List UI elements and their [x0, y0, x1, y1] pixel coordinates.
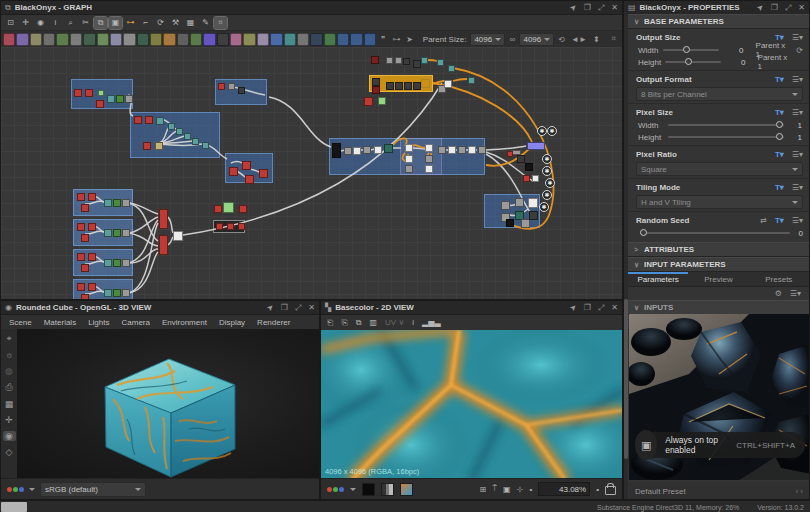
- graph-node[interactable]: [506, 219, 514, 227]
- gear-icon[interactable]: ⚙: [775, 289, 782, 298]
- section-input-parameters[interactable]: ∨ INPUT PARAMETERS: [628, 257, 809, 272]
- grid-snap-icon[interactable]: ⌗: [214, 17, 227, 29]
- graph-node[interactable]: [228, 83, 235, 90]
- float-icon[interactable]: ❐: [584, 303, 591, 312]
- graph-node[interactable]: [372, 86, 380, 94]
- color-swatch[interactable]: [400, 483, 413, 496]
- output-node-badge[interactable]: ✱: [547, 126, 557, 136]
- menu-scene[interactable]: Scene: [9, 318, 32, 327]
- graph-node[interactable]: [238, 223, 245, 230]
- graph-node[interactable]: [88, 253, 96, 261]
- pin-icon[interactable]: ➤: [265, 302, 276, 313]
- graph-node[interactable]: [223, 202, 234, 213]
- graph-node[interactable]: [98, 90, 104, 96]
- screenshot-icon[interactable]: ⎙: [5, 382, 12, 393]
- close-icon[interactable]: ✕: [611, 3, 618, 12]
- graph-node[interactable]: [122, 289, 130, 297]
- palette-node-icon-14[interactable]: [177, 33, 189, 46]
- palette-node-icon-1[interactable]: [3, 33, 15, 46]
- zoom-in-icon[interactable]: •: [596, 485, 599, 494]
- graph-node[interactable]: [413, 60, 421, 68]
- output-node-badge[interactable]: ✱: [542, 190, 552, 200]
- resize-v-icon[interactable]: ⬍: [590, 33, 602, 46]
- zoom-out-icon[interactable]: •: [529, 485, 532, 494]
- graph-node[interactable]: [229, 167, 238, 176]
- section-base-parameters[interactable]: ∨ BASE PARAMETERS: [628, 14, 809, 29]
- close-icon[interactable]: ✕: [798, 3, 805, 12]
- palette-node-icon-15[interactable]: [190, 33, 202, 46]
- graph-node[interactable]: [521, 219, 530, 228]
- graph-node[interactable]: [384, 144, 393, 153]
- parameter-menu-icon[interactable]: ☰▾: [792, 33, 803, 42]
- output-width-slider[interactable]: [663, 49, 719, 51]
- graph-node[interactable]: [395, 82, 403, 90]
- info-icon[interactable]: i: [412, 318, 414, 327]
- graph-node[interactable]: [134, 116, 142, 124]
- parameter-menu-icon[interactable]: ☰▾: [792, 75, 803, 84]
- lock-zoom-icon[interactable]: [605, 486, 616, 495]
- channels-icon[interactable]: [327, 487, 344, 492]
- graph-node[interactable]: [218, 83, 225, 90]
- palette-node-icon-12[interactable]: [150, 33, 162, 46]
- graph-node[interactable]: [81, 234, 89, 242]
- graph-node[interactable]: [88, 193, 96, 201]
- list-menu-icon[interactable]: ☰▾: [790, 289, 801, 298]
- info-icon[interactable]: i: [49, 17, 62, 29]
- graph-node[interactable]: [478, 146, 486, 154]
- graph-node[interactable]: [156, 117, 164, 125]
- comment-icon[interactable]: ❞: [377, 33, 389, 46]
- graph-node[interactable]: [517, 155, 525, 163]
- material-basecolor-preview[interactable]: ▣ Always on top enabled CTRL+SHIFT+A: [629, 314, 809, 480]
- paint-icon[interactable]: ✎: [199, 17, 212, 29]
- graph-node[interactable]: [104, 229, 112, 237]
- graph-node[interactable]: [176, 128, 183, 135]
- expose-parameter-icon[interactable]: T▾: [775, 216, 784, 225]
- search-icon[interactable]: ⌕: [64, 17, 77, 29]
- sphere-icon[interactable]: ◉: [3, 431, 16, 441]
- graph-node[interactable]: [125, 95, 133, 103]
- graph-node[interactable]: [425, 165, 433, 173]
- palette-node-icon-8[interactable]: [97, 33, 109, 46]
- graph-node[interactable]: [155, 142, 163, 150]
- expose-parameter-icon[interactable]: T▾: [775, 33, 784, 42]
- graph-canvas[interactable]: ✱✱✱✱✱✱✱: [1, 47, 622, 299]
- palette-node-icon-24[interactable]: [310, 33, 322, 46]
- graph-node[interactable]: [116, 95, 124, 103]
- resize-h-icon[interactable]: ◄►: [572, 33, 585, 46]
- tab-preview[interactable]: Preview: [688, 272, 748, 286]
- graph-node[interactable]: [528, 198, 538, 208]
- close-icon[interactable]: ✕: [308, 303, 315, 312]
- graph-node[interactable]: [168, 123, 175, 130]
- parameter-menu-icon[interactable]: ☰▾: [792, 150, 803, 159]
- histogram-icon[interactable]: ▂▅▃: [422, 318, 440, 327]
- graph-node[interactable]: [238, 87, 245, 94]
- graph-node[interactable]: [104, 259, 112, 267]
- link-nodes-icon[interactable]: ⊶: [390, 33, 402, 46]
- graph-node[interactable]: [143, 142, 151, 150]
- float-icon[interactable]: ❐: [281, 303, 288, 312]
- graph-node[interactable]: [425, 155, 433, 163]
- graph-node[interactable]: [405, 144, 413, 152]
- grayscale-swatch[interactable]: [381, 483, 394, 496]
- graph-node[interactable]: [405, 155, 413, 163]
- palette-node-icon-16[interactable]: [203, 33, 215, 46]
- graph-node[interactable]: [122, 199, 130, 207]
- expose-parameter-icon[interactable]: T▾: [775, 183, 784, 192]
- maximize-icon[interactable]: ⤢: [295, 303, 301, 313]
- graph-node[interactable]: [468, 77, 475, 84]
- graph-node[interactable]: [395, 57, 402, 64]
- graph-node[interactable]: [77, 223, 85, 231]
- palette-node-icon-9[interactable]: [110, 33, 122, 46]
- tab-presets[interactable]: Presets: [749, 272, 809, 286]
- parameter-menu-icon[interactable]: ☰▾: [792, 108, 803, 117]
- graph-node[interactable]: [448, 146, 456, 154]
- copy-icon[interactable]: ⧉: [356, 318, 362, 328]
- graph-node[interactable]: [202, 142, 209, 149]
- grid-icon[interactable]: ⊞: [480, 485, 487, 494]
- menu-display[interactable]: Display: [219, 318, 245, 327]
- pin-node-icon[interactable]: ➤: [404, 33, 416, 46]
- graph-node[interactable]: [448, 65, 455, 72]
- graph-node[interactable]: [77, 283, 85, 291]
- elbow-link-icon[interactable]: ⌐: [139, 17, 152, 29]
- palette-node-icon-2[interactable]: [16, 33, 28, 46]
